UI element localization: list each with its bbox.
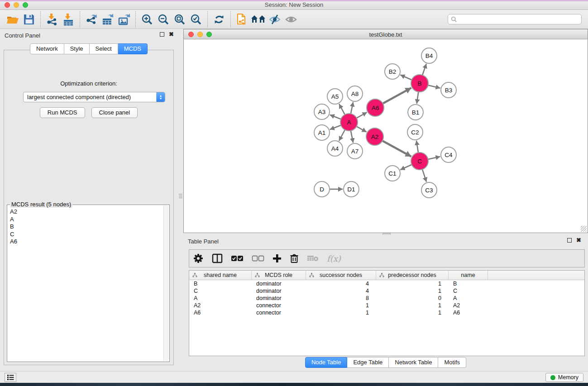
graph-edge-C-C4[interactable] (428, 157, 440, 159)
close-panel-icon[interactable]: ✖ (169, 32, 174, 37)
network-canvas[interactable]: B4B2BB3A5A8A6A3B1AA1C2A2A4A7C4CC1C3DD1 (184, 39, 588, 233)
zoom-out-button[interactable] (155, 12, 172, 27)
graph-edge-A-A2[interactable] (357, 126, 367, 132)
table-cell: 1 (306, 309, 376, 316)
import-table-button[interactable] (60, 12, 76, 27)
home-button[interactable] (250, 12, 267, 27)
zoom-selected-button[interactable] (188, 12, 204, 27)
hide-panel-button[interactable] (267, 12, 283, 27)
export-image-button[interactable] (116, 12, 132, 27)
graph-edge-C-C2[interactable] (416, 141, 418, 152)
graph-edge-A-A6[interactable] (357, 112, 367, 118)
close-panel-icon[interactable]: ✖ (576, 238, 581, 243)
status-bar: Memory (0, 371, 588, 383)
graph-node-label: A8 (351, 91, 359, 97)
table-cell: A2 (189, 302, 252, 309)
function-builder-button[interactable]: f(x) (327, 252, 341, 265)
export-network-button[interactable] (83, 12, 100, 27)
table-row[interactable]: Bdominator41B (189, 280, 584, 287)
graph-edge-B-B3[interactable] (428, 85, 440, 88)
graph-edge-A6-B[interactable] (383, 88, 411, 104)
task-history-button[interactable] (5, 373, 16, 382)
table-cell: A (189, 295, 252, 302)
close-panel-button[interactable]: Close panel (91, 107, 138, 118)
table-cell: 1 (376, 287, 449, 295)
graph-edge-A-A3[interactable] (330, 115, 341, 119)
run-mcds-button[interactable]: Run MCDS (40, 107, 85, 118)
search-input[interactable] (459, 16, 578, 23)
zoom-fit-button[interactable] (172, 12, 188, 27)
memory-status-icon (550, 375, 555, 380)
graph-edge-A-A1[interactable] (330, 125, 341, 129)
new-network-from-file-button[interactable] (234, 12, 250, 27)
result-item[interactable]: A (10, 216, 163, 224)
table-cell: C (449, 287, 488, 295)
column-header-successor-nodes[interactable]: successor nodes (306, 271, 376, 280)
result-item[interactable]: C (10, 231, 163, 238)
table-settings-button[interactable] (193, 252, 204, 265)
result-item[interactable]: A2 (10, 208, 163, 216)
vertical-splitter-grip[interactable] (179, 192, 182, 200)
tab-mcds[interactable]: MCDS (118, 43, 148, 54)
graph-edge-A-A7[interactable] (351, 131, 353, 143)
tab-network-table[interactable]: Network Table (389, 357, 438, 368)
graph-edge-B-B1[interactable] (417, 92, 419, 104)
unchecked-checkboxes-icon (252, 255, 264, 262)
table-cell: 1 (376, 302, 449, 309)
table-row[interactable]: A2connector11A2 (189, 302, 584, 309)
refresh-button[interactable] (211, 12, 227, 27)
tab-edge-table[interactable]: Edge Table (347, 357, 389, 368)
graph-edge-C-C1[interactable] (400, 165, 411, 170)
table-cell: 1 (376, 309, 449, 316)
table-row[interactable]: Adominator80A (189, 295, 584, 302)
graph-edge-A-A8[interactable] (351, 102, 353, 114)
delete-table-button[interactable] (307, 252, 319, 265)
tab-node-table[interactable]: Node Table (305, 357, 348, 368)
plus-icon (272, 254, 282, 263)
float-panel-icon[interactable] (567, 238, 572, 243)
graph-node-label: B3 (445, 87, 453, 94)
tab-motifs[interactable]: Motifs (438, 357, 466, 368)
float-panel-icon[interactable] (160, 32, 164, 37)
zoom-in-button[interactable] (139, 12, 155, 27)
deselect-all-columns-button[interactable] (252, 252, 264, 265)
search-field[interactable] (448, 14, 582, 24)
show-column-panel-button[interactable] (212, 252, 223, 265)
graph-edge-A-A5[interactable] (339, 104, 345, 115)
graph-edge-A-A4[interactable] (339, 130, 345, 141)
criterion-dropdown[interactable]: largest connected component (directed) ▲… (23, 92, 165, 102)
table-panel: Table Panel ✖ (183, 235, 588, 371)
graph-edge-B-B2[interactable] (400, 75, 411, 80)
table-row[interactable]: A6connector11A6 (189, 309, 584, 316)
control-panel: Control Panel ✖ NetworkStyleSelectMCDS O… (0, 29, 177, 372)
table-toolbar: f(x) (189, 249, 585, 267)
toolbar-separator (40, 11, 41, 28)
import-network-button[interactable] (44, 12, 60, 27)
result-item[interactable]: A6 (10, 238, 163, 246)
select-all-columns-button[interactable] (231, 252, 244, 265)
delete-column-button[interactable] (290, 252, 299, 265)
memory-button[interactable]: Memory (545, 373, 583, 382)
table-row[interactable]: Cdominator41C (189, 287, 584, 295)
graph-edge-B-B4[interactable] (422, 64, 426, 75)
result-item[interactable]: B (10, 223, 163, 231)
window-resize-grip[interactable] (581, 226, 587, 232)
network-view-window: testGlobe.txt B4B2BB3A5A8A6A3B1AA1C2A2A4… (183, 29, 588, 233)
open-session-button[interactable] (5, 12, 21, 27)
tab-style[interactable]: Style (64, 43, 90, 54)
graph-edge-A2-C[interactable] (382, 141, 411, 157)
column-header-shared-name[interactable]: shared name (189, 271, 252, 280)
result-scrollbar[interactable] (163, 205, 169, 361)
column-header-predecessor-nodes[interactable]: predecessor nodes (376, 271, 449, 280)
create-column-button[interactable] (272, 252, 282, 265)
graph-edge-C-C3[interactable] (422, 169, 426, 182)
export-table-button[interactable] (100, 12, 116, 27)
save-session-button[interactable] (21, 12, 37, 27)
tab-select[interactable]: Select (90, 43, 118, 54)
mcds-result-list: A2ABCA6 (8, 206, 163, 361)
network-window-titlebar[interactable]: testGlobe.txt (184, 29, 588, 39)
show-panel-button[interactable] (283, 12, 299, 27)
column-header-name[interactable]: name (449, 271, 488, 280)
tab-network[interactable]: Network (30, 43, 64, 54)
column-header-MCDS-role[interactable]: MCDS role (252, 271, 306, 280)
